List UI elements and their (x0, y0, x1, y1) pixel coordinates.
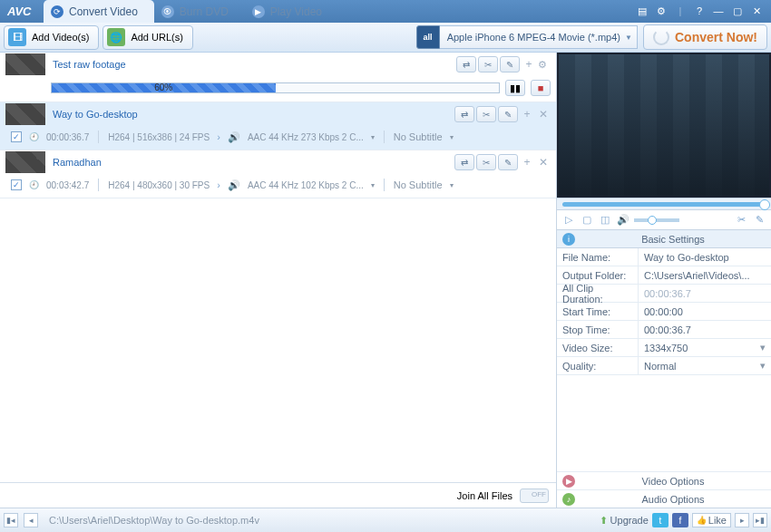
subtitle-label: No Subtitle (394, 131, 443, 142)
setting-label: Output Folder: (557, 266, 639, 284)
seek-bar[interactable] (557, 198, 771, 210)
join-toggle[interactable] (520, 488, 549, 503)
plus-icon[interactable]: + (520, 108, 534, 121)
video-codec-label: H264 | 480x360 | 30 FPS (108, 180, 210, 190)
facebook-icon[interactable]: f (672, 513, 688, 527)
plus-icon[interactable]: + (520, 156, 534, 169)
output-folder-field[interactable]: C:\Users\Ariel\Videos\... (639, 266, 771, 284)
volume-icon[interactable]: 🔊 (616, 213, 630, 227)
wand-icon[interactable]: ✎ (500, 56, 520, 73)
volume-slider[interactable] (634, 218, 679, 222)
twitter-icon[interactable]: t (652, 513, 669, 527)
swap-icon[interactable]: ⇄ (456, 56, 476, 73)
gear-icon[interactable]: ⚙ (654, 5, 669, 17)
maximize-icon[interactable]: ▢ (730, 5, 745, 17)
file-row[interactable]: Converting Test raw footage ⇄ ✂ ✎ + ⚙ 60… (0, 53, 556, 102)
audio-codec-label: AAC 44 KHz 273 Kbps 2 C... (248, 132, 364, 142)
tab-label: Play Video (270, 5, 322, 18)
chevron-right-icon[interactable]: › (217, 131, 220, 142)
checkbox[interactable]: ✓ (11, 179, 22, 190)
nav-last-button[interactable]: ▸▮ (753, 513, 767, 527)
swap-icon[interactable]: ⇄ (454, 106, 474, 122)
menu-icon[interactable]: ▤ (635, 5, 649, 17)
chevron-down-icon[interactable]: ▾ (371, 181, 375, 189)
player-controls: ▷ ▢ ◫ 🔊 ✂ ✎ (557, 210, 771, 230)
play-icon: ▶ (252, 5, 265, 18)
close-icon[interactable]: ✕ (536, 156, 551, 169)
file-row[interactable]: Waiting... Ramadhan ⇄ ✂ ✎ + ✕ ✓ 🕘 00:03:… (0, 150, 556, 198)
globe-add-icon: 🌐 (107, 28, 125, 46)
disc-icon: ⦿ (161, 5, 174, 18)
stop-time-field[interactable]: 00:00:36.7 (639, 321, 771, 338)
setting-label: Video Size: (557, 339, 639, 356)
chevron-down-icon[interactable]: ▾ (371, 133, 375, 141)
setting-label: Start Time: (557, 303, 639, 320)
file-name-field[interactable]: Way to Go-desktop (639, 248, 771, 266)
convert-icon: ⟳ (51, 5, 63, 18)
add-videos-button[interactable]: 🎞 Add Video(s) (4, 25, 99, 50)
nav-prev-button[interactable]: ◂ (24, 513, 38, 527)
snapshot-button[interactable]: ◫ (598, 213, 612, 227)
nav-next-button[interactable]: ▸ (735, 513, 749, 527)
close-icon[interactable]: ✕ (536, 108, 551, 121)
settings-grid: File Name:Way to Go-desktop Output Folde… (557, 248, 771, 375)
help-icon[interactable]: ? (692, 5, 707, 17)
duration-label: 00:00:36.7 (46, 132, 89, 142)
button-label: Convert Now! (675, 30, 757, 44)
setting-label: Stop Time: (557, 321, 639, 338)
speaker-icon: 🔊 (228, 131, 240, 143)
add-urls-button[interactable]: 🌐 Add URL(s) (102, 25, 192, 50)
quality-dropdown[interactable]: Normal (639, 357, 771, 374)
tab-convert-video[interactable]: ⟳ Convert Video (44, 0, 154, 23)
join-files-bar: Join All Files (0, 482, 556, 508)
status-badge: Waiting... (5, 163, 45, 173)
refresh-icon (653, 29, 669, 45)
tab-label: Convert Video (69, 5, 138, 18)
close-icon[interactable]: ✕ (749, 5, 764, 17)
video-size-dropdown[interactable]: 1334x750 (639, 339, 771, 356)
button-label: Add URL(s) (131, 32, 182, 43)
format-icon[interactable]: all (416, 25, 440, 49)
checkbox[interactable]: ✓ (11, 131, 22, 142)
swap-icon[interactable]: ⇄ (454, 154, 474, 170)
convert-now-button[interactable]: Convert Now! (643, 24, 767, 50)
wand-icon[interactable]: ✎ (498, 154, 518, 170)
pause-button[interactable]: ▮▮ (505, 80, 525, 96)
upgrade-link[interactable]: Upgrade (600, 515, 649, 527)
format-value: Apple iPhone 6 MPEG-4 Movie (*.mp4) (447, 32, 620, 43)
plus-icon[interactable]: + (522, 58, 536, 71)
start-time-field[interactable]: 00:00:00 (639, 303, 771, 320)
thumbnail: Converting (5, 53, 45, 75)
like-button[interactable]: 👍 Like (692, 513, 731, 527)
setting-label: File Name: (557, 248, 639, 266)
file-row[interactable]: Waiting... Way to Go-desktop ⇄ ✂ ✎ + ✕ ✓… (0, 102, 556, 150)
chevron-down-icon[interactable]: ▾ (450, 181, 454, 189)
file-title: Way to Go-desktop (53, 109, 447, 120)
minimize-icon[interactable]: — (711, 5, 726, 17)
preview-viewport (557, 53, 771, 198)
scissors-icon[interactable]: ✂ (478, 56, 498, 73)
nav-first-button[interactable]: ▮◂ (4, 513, 18, 527)
wand-icon[interactable]: ✎ (498, 106, 518, 122)
effects-icon[interactable]: ✎ (752, 213, 766, 227)
scissors-icon[interactable]: ✂ (476, 154, 496, 170)
stop-button[interactable]: ▢ (580, 213, 594, 227)
basic-settings-header[interactable]: i Basic Settings (557, 230, 771, 248)
tab-burn-dvd[interactable]: ⦿ Burn DVD (154, 0, 245, 23)
gear-icon[interactable]: ⚙ (538, 59, 551, 71)
trim-icon[interactable]: ✂ (734, 213, 748, 227)
output-path: C:\Users\Ariel\Desktop\Way to Go-desktop… (44, 515, 594, 526)
chevron-right-icon[interactable]: › (217, 179, 220, 190)
format-dropdown[interactable]: Apple iPhone 6 MPEG-4 Movie (*.mp4) (440, 25, 638, 49)
status-badge: Converting (5, 65, 45, 75)
play-button[interactable]: ▷ (561, 213, 576, 227)
tab-play-video[interactable]: ▶ Play Video (245, 0, 338, 23)
preview-image (559, 54, 769, 196)
video-options-row[interactable]: ▶ Video Options (557, 471, 771, 489)
scissors-icon[interactable]: ✂ (476, 106, 496, 122)
progress-label: 60% (154, 82, 172, 92)
audio-options-row[interactable]: ♪ Audio Options (557, 489, 771, 508)
stop-button[interactable]: ■ (531, 80, 551, 96)
chevron-down-icon[interactable]: ▾ (450, 133, 454, 141)
thumbnail: Waiting... (5, 151, 45, 173)
